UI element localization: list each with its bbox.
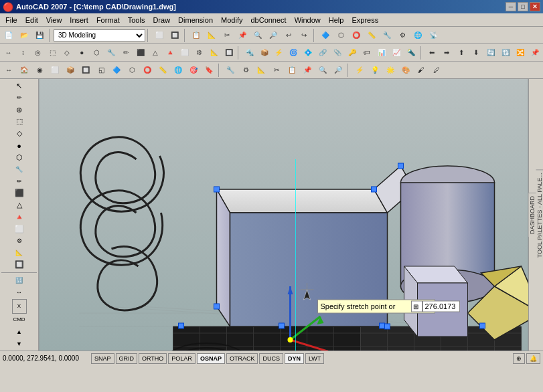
menu-window[interactable]: Window <box>291 15 325 25</box>
diamond-tool[interactable]: ◇ <box>11 128 28 139</box>
tb2-icon-9[interactable]: ✏ <box>119 45 133 60</box>
hex-tool[interactable]: ⬡ <box>11 152 28 163</box>
menu-draw[interactable]: Draw <box>149 15 174 25</box>
tb2-icon-18[interactable]: 📦 <box>257 45 271 60</box>
tb2-icon-36[interactable]: 📌 <box>528 45 542 60</box>
ortho-button[interactable]: ORTHO <box>139 353 167 364</box>
tb2-icon-10[interactable]: ⬛ <box>134 45 148 60</box>
tb2-icon-7[interactable]: ⬡ <box>90 45 104 60</box>
tb3-icon-28[interactable]: 🖊 <box>429 63 444 78</box>
tb-icon-4[interactable]: 📐 <box>204 28 219 43</box>
tb2-icon-33[interactable]: 🔄 <box>483 45 497 60</box>
sidebar-bottom-2[interactable]: ▼ <box>11 338 28 349</box>
menu-tools[interactable]: Tools <box>124 15 149 25</box>
rectangle-tool[interactable]: ⬜ <box>11 223 28 235</box>
status-extra-2[interactable]: 🔔 <box>526 353 540 364</box>
tb2-icon-21[interactable]: 💠 <box>301 45 315 60</box>
tb2-icon-1[interactable]: ↔ <box>1 45 15 60</box>
open-button[interactable]: 📂 <box>17 28 31 43</box>
tb3-icon-25[interactable]: 🌟 <box>383 63 398 78</box>
tb3-icon-21[interactable]: 🔍 <box>315 63 330 78</box>
otrack-button[interactable]: OTRACK <box>226 353 258 364</box>
tb-icon-11[interactable]: 🔷 <box>318 28 333 43</box>
tb3-icon-10[interactable]: ⭕ <box>140 63 155 78</box>
tb2-icon-12[interactable]: 🔺 <box>163 45 177 60</box>
pencil-tool[interactable]: ✏ <box>11 176 28 187</box>
menu-express[interactable]: Express <box>347 15 382 25</box>
tb3-icon-5[interactable]: 📦 <box>63 63 78 78</box>
tb2-icon-28[interactable]: 🔦 <box>404 45 418 60</box>
tb3-icon-19[interactable]: 📋 <box>285 63 299 78</box>
tb-icon-16[interactable]: ⚙ <box>395 28 410 43</box>
tb-icon-12[interactable]: ⬡ <box>333 28 348 43</box>
tb2-icon-2[interactable]: ↕ <box>16 45 30 60</box>
tb3-icon-9[interactable]: ⬡ <box>125 63 139 78</box>
tb3-icon-14[interactable]: 🔖 <box>202 63 216 78</box>
tb2-icon-20[interactable]: 🌀 <box>287 45 301 60</box>
osnap-button[interactable]: OSNAP <box>197 353 225 364</box>
tb2-icon-34[interactable]: 🔃 <box>498 45 512 60</box>
tb3-icon-11[interactable]: 📏 <box>155 63 170 78</box>
tb3-icon-20[interactable]: 📌 <box>300 63 315 78</box>
tb-icon-14[interactable]: 📏 <box>364 28 379 43</box>
tb3-icon-24[interactable]: 💡 <box>368 63 382 78</box>
measure-tool[interactable]: 📐 <box>11 248 28 259</box>
tb2-icon-29[interactable]: ⬅ <box>424 45 439 60</box>
tb2-icon-23[interactable]: 📎 <box>331 45 345 60</box>
tb2-icon-3[interactable]: ◎ <box>31 45 45 60</box>
tb3-icon-16[interactable]: ⚙ <box>238 63 253 78</box>
status-extra-1[interactable]: ⊕ <box>513 353 525 364</box>
tb-icon-3[interactable]: 📋 <box>189 28 204 43</box>
save-button[interactable]: 💾 <box>32 28 47 43</box>
tb2-icon-8[interactable]: 🔧 <box>104 45 119 60</box>
tb3-icon-2[interactable]: 🏠 <box>17 63 31 78</box>
tb2-icon-35[interactable]: 🔀 <box>513 45 527 60</box>
dashboard-panel[interactable]: DASHBOARD <box>529 193 536 237</box>
tb-icon-13[interactable]: ⭕ <box>349 28 364 43</box>
fill-tool[interactable]: ⬛ <box>11 187 28 199</box>
tb3-icon-4[interactable]: ⬜ <box>48 63 62 78</box>
tb3-icon-26[interactable]: 🎨 <box>398 63 413 78</box>
tb3-icon-1[interactable]: ↔ <box>1 63 16 78</box>
tb2-icon-17[interactable]: 🔩 <box>242 45 256 60</box>
expand-tool[interactable]: ↔ <box>11 287 28 298</box>
tb3-icon-17[interactable]: 📐 <box>254 63 268 78</box>
tb2-icon-25[interactable]: 🏷 <box>360 45 374 60</box>
tb-icon-15[interactable]: 🔧 <box>380 28 394 43</box>
tb-icon-17[interactable]: 🌐 <box>410 28 425 43</box>
wrench-tool[interactable]: 🔧 <box>11 164 28 175</box>
tb3-icon-8[interactable]: 🔷 <box>109 63 124 78</box>
snap-button[interactable]: SNAP <box>91 353 114 364</box>
tb2-icon-30[interactable]: ➡ <box>439 45 453 60</box>
dyn-button[interactable]: DYN <box>285 353 304 364</box>
tb-icon-9[interactable]: ↩ <box>281 28 296 43</box>
tb2-icon-31[interactable]: ⬆ <box>454 45 468 60</box>
tb-icon-6[interactable]: 📌 <box>235 28 250 43</box>
triangle2-tool[interactable]: 🔺 <box>11 211 28 223</box>
tb2-icon-14[interactable]: ⚙ <box>192 45 206 60</box>
select-arrow-tool[interactable]: ↖ <box>11 80 28 92</box>
tb3-icon-27[interactable]: 🖌 <box>414 63 429 78</box>
cmd-toggle-button[interactable]: X <box>12 299 27 314</box>
triangle-tool[interactable]: △ <box>11 199 28 211</box>
menu-help[interactable]: Help <box>325 15 348 25</box>
menu-insert[interactable]: Insert <box>66 15 92 25</box>
circle-tool[interactable]: ⊕ <box>11 104 28 116</box>
tb2-icon-24[interactable]: 🔑 <box>345 45 360 60</box>
tb2-icon-11[interactable]: △ <box>149 45 163 60</box>
window-restore-button[interactable]: □ <box>518 2 528 11</box>
tb2-icon-5[interactable]: ◇ <box>60 45 74 60</box>
tb3-icon-15[interactable]: 🔧 <box>223 63 238 78</box>
lwt-button[interactable]: LWT <box>305 353 324 364</box>
tb3-icon-3[interactable]: ◉ <box>32 63 47 78</box>
box-tool[interactable]: ⬚ <box>11 116 28 127</box>
sidebar-bottom-1[interactable]: ▲ <box>11 326 28 337</box>
menu-file[interactable]: File <box>1 15 21 25</box>
tb-icon-7[interactable]: 🔍 <box>250 28 265 43</box>
tb3-icon-7[interactable]: ◱ <box>94 63 108 78</box>
tb2-icon-16[interactable]: 🔲 <box>222 45 236 60</box>
tb2-icon-4[interactable]: ⬚ <box>46 45 60 60</box>
gear-tool[interactable]: ⚙ <box>11 235 28 247</box>
window-minimize-button[interactable]: ─ <box>506 2 516 11</box>
window-close-button[interactable]: ✕ <box>530 2 540 11</box>
